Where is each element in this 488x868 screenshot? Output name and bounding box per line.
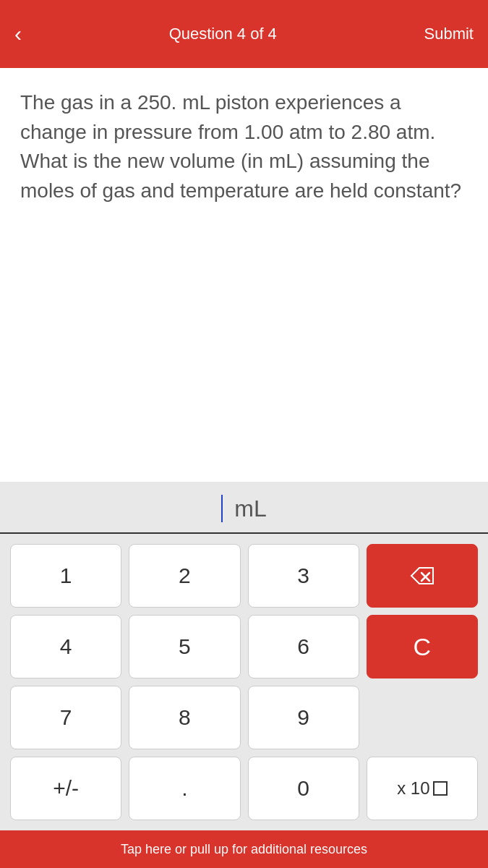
question-progress: Question 4 of 4 [169, 25, 277, 43]
key-9[interactable]: 9 [248, 686, 359, 749]
input-unit: mL [234, 495, 266, 522]
key-decimal[interactable]: . [129, 757, 240, 820]
key-7[interactable]: 7 [10, 686, 121, 749]
key-x10[interactable]: x 10 [367, 757, 478, 820]
key-6[interactable]: 6 [248, 615, 359, 678]
key-4[interactable]: 4 [10, 615, 121, 678]
calculator-area: mL 1 2 3 4 5 6 C 7 8 9 +/- . 0 x 10 [0, 482, 488, 830]
keypad: 1 2 3 4 5 6 C 7 8 9 +/- . 0 x 10 [0, 534, 488, 830]
key-3[interactable]: 3 [248, 544, 359, 608]
question-text: The gas in a 250. mL piston experiences … [20, 88, 468, 205]
input-display: mL [0, 482, 488, 534]
bottom-bar-text: Tap here or pull up for additional resou… [121, 842, 367, 857]
x10-label: x 10 [397, 778, 429, 799]
back-button[interactable]: ‹ [14, 23, 22, 45]
x10-exponent-box [433, 781, 448, 796]
clear-button[interactable]: C [367, 615, 478, 678]
bottom-bar[interactable]: Tap here or pull up for additional resou… [0, 830, 488, 868]
question-area: The gas in a 250. mL piston experiences … [0, 68, 488, 482]
header: ‹ Question 4 of 4 Submit [0, 0, 488, 68]
backspace-button[interactable] [367, 544, 478, 608]
cursor [221, 495, 223, 522]
key-8[interactable]: 8 [129, 686, 240, 749]
key-1[interactable]: 1 [10, 544, 121, 608]
key-sign[interactable]: +/- [10, 757, 121, 820]
key-2[interactable]: 2 [129, 544, 240, 608]
key-5[interactable]: 5 [129, 615, 240, 678]
key-0[interactable]: 0 [248, 757, 359, 820]
submit-button[interactable]: Submit [424, 25, 474, 43]
